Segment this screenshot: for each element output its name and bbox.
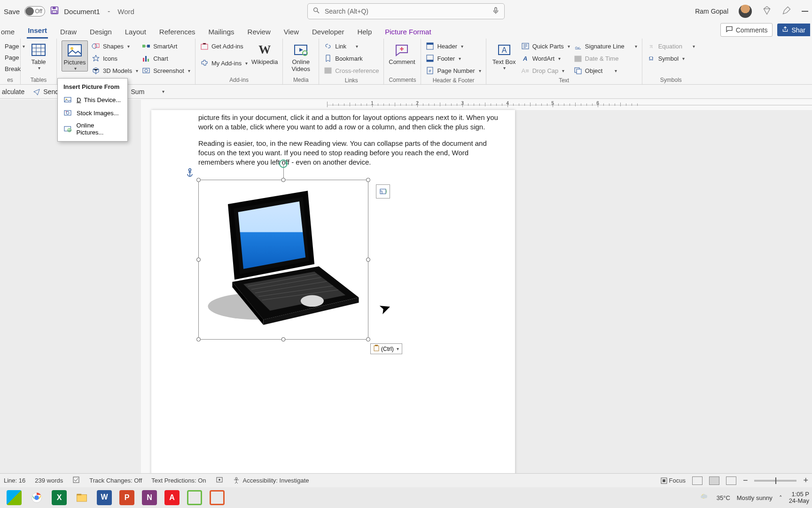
tab-developer[interactable]: Developer xyxy=(311,25,345,39)
quick-parts-button[interactable]: Quick Parts▾ xyxy=(521,40,570,52)
web-layout-button[interactable] xyxy=(726,476,736,485)
chart-button[interactable]: Chart xyxy=(142,53,190,64)
tab-references[interactable]: References xyxy=(158,25,196,39)
tab-help[interactable]: Help xyxy=(356,25,373,39)
layout-options-button[interactable] xyxy=(376,184,390,198)
tab-picture-format[interactable]: Picture Format xyxy=(384,25,432,39)
clock-time[interactable]: 1:05 P xyxy=(789,491,809,498)
minimize-button[interactable] xyxy=(802,11,808,12)
link-button[interactable]: Link▾ xyxy=(324,40,379,52)
resize-handle-br[interactable] xyxy=(366,337,370,341)
smartart-button[interactable]: SmartArt xyxy=(142,40,190,52)
screenshot-button[interactable]: Screenshot▾ xyxy=(142,65,190,76)
tab-draw[interactable]: Draw xyxy=(59,25,78,39)
print-layout-button[interactable] xyxy=(709,476,719,485)
weather-icon[interactable] xyxy=(700,492,710,504)
zoom-out-button[interactable]: − xyxy=(743,476,748,485)
picmenu-stock-images[interactable]: Stock Images... xyxy=(58,106,127,119)
comments-button[interactable]: Comments xyxy=(720,23,773,37)
tab-insert[interactable]: Insert xyxy=(27,24,48,39)
resize-handle-bl[interactable] xyxy=(196,337,201,341)
wordart-button[interactable]: A WordArt▾ xyxy=(521,53,570,64)
page[interactable]: picture fits in your document, click it … xyxy=(151,110,515,494)
wikipedia-button[interactable]: W Wikipedia xyxy=(251,40,278,65)
sum-button[interactable]: Sum xyxy=(131,88,145,95)
save-icon[interactable] xyxy=(50,6,59,17)
resize-handle-tm[interactable] xyxy=(281,178,286,182)
start-button[interactable] xyxy=(7,490,22,505)
powerpoint-icon[interactable]: P xyxy=(119,490,134,505)
get-addins-button[interactable]: Get Add-ins xyxy=(200,40,248,52)
explorer-icon[interactable] xyxy=(74,490,89,505)
tab-view[interactable]: View xyxy=(283,25,300,39)
selected-picture[interactable]: ➤ xyxy=(198,180,368,340)
3d-models-button[interactable]: 3D Models▾ xyxy=(92,65,138,76)
tab-mailings[interactable]: Mailings xyxy=(208,25,235,39)
status-line[interactable]: Line: 16 xyxy=(4,477,25,484)
footer-button[interactable]: Footer▾ xyxy=(426,53,481,64)
bookmark-button[interactable]: Bookmark xyxy=(324,53,379,64)
app-icon-green1[interactable] xyxy=(187,490,202,505)
share-button[interactable]: Shar xyxy=(777,24,810,36)
resize-handle-mr[interactable] xyxy=(366,258,370,262)
rotation-handle[interactable] xyxy=(279,159,288,168)
zoom-in-button[interactable]: + xyxy=(803,476,808,485)
weather-desc[interactable]: Mostly sunny xyxy=(737,494,773,501)
document-title[interactable]: Document1 xyxy=(64,8,100,16)
resize-handle-tr[interactable] xyxy=(366,178,370,182)
autosave-toggle[interactable]: Off xyxy=(24,6,45,16)
object-button[interactable]: Object▾ xyxy=(574,65,637,76)
pen-icon[interactable] xyxy=(782,6,791,17)
symbol-button[interactable]: Ω Symbol▾ xyxy=(647,53,695,64)
cross-reference-button[interactable]: Cross-reference xyxy=(324,65,379,76)
user-avatar[interactable] xyxy=(739,5,752,18)
signature-line-button[interactable]: Signature Line▾ xyxy=(574,40,637,52)
microphone-icon[interactable] xyxy=(492,7,500,16)
zoom-slider[interactable] xyxy=(754,480,796,482)
page-break-button[interactable]: Break xyxy=(5,63,21,74)
status-track-changes[interactable]: Track Changes: Off xyxy=(89,477,142,484)
excel-icon[interactable]: X xyxy=(52,490,67,505)
table-button[interactable]: Table ▾ xyxy=(25,40,52,71)
my-addins-button[interactable]: My Add-ins▾ xyxy=(200,57,248,69)
comment-button[interactable]: Comment xyxy=(389,40,415,65)
weather-temp[interactable]: 35°C xyxy=(717,494,730,501)
read-mode-button[interactable] xyxy=(692,476,703,485)
textbox-button[interactable]: A Text Box ▾ xyxy=(491,40,517,71)
user-name[interactable]: Ram Gopal xyxy=(695,8,728,15)
header-button[interactable]: Header▾ xyxy=(426,40,481,52)
spellcheck-icon[interactable] xyxy=(72,476,80,485)
tab-layout[interactable]: Layout xyxy=(124,25,147,39)
chrome-icon[interactable] xyxy=(29,490,44,505)
tab-home[interactable]: ome xyxy=(0,25,16,39)
clock-date[interactable]: 24-May xyxy=(789,498,809,504)
tab-design[interactable]: Design xyxy=(89,25,113,39)
picmenu-this-device[interactable]: D This Device... xyxy=(58,93,127,106)
calculate-button[interactable]: alculate xyxy=(2,88,24,95)
shapes-button[interactable]: Shapes▾ xyxy=(92,40,138,52)
accessibility-status[interactable]: Accessibility: Investigate xyxy=(233,477,309,484)
dropcap-button[interactable]: A≡ Drop Cap▾ xyxy=(521,65,570,76)
equation-button[interactable]: π Equation▾ xyxy=(647,40,695,52)
resize-handle-ml[interactable] xyxy=(196,258,201,262)
diamond-icon[interactable] xyxy=(762,6,772,17)
onenote-icon[interactable]: N xyxy=(142,490,157,505)
search-box[interactable]: Search (Alt+Q) xyxy=(307,3,505,19)
word-icon[interactable]: W xyxy=(97,490,112,505)
status-predictions[interactable]: Text Predictions: On xyxy=(151,477,206,484)
icons-button[interactable]: Icons xyxy=(92,53,138,64)
status-words[interactable]: 239 words xyxy=(35,477,63,484)
horizontal-ruler[interactable]: 123456 xyxy=(141,100,812,110)
vertical-ruler[interactable] xyxy=(141,110,151,494)
tray-chevron-icon[interactable]: ˄ xyxy=(779,494,782,501)
save-label[interactable]: Save xyxy=(4,8,20,16)
focus-mode-button[interactable]: Focus xyxy=(661,477,686,484)
tab-review[interactable]: Review xyxy=(247,25,272,39)
anchor-icon[interactable] xyxy=(186,168,194,180)
paste-options-button[interactable]: (Ctrl) ▾ xyxy=(370,343,402,354)
blank-page-button[interactable]: Page xyxy=(5,52,19,63)
macro-rec-icon[interactable] xyxy=(216,476,223,485)
app-icon-green2[interactable] xyxy=(210,490,225,505)
pictures-button[interactable]: Pictures ▾ xyxy=(62,40,88,71)
page-number-button[interactable]: # Page Number▾ xyxy=(426,65,481,76)
